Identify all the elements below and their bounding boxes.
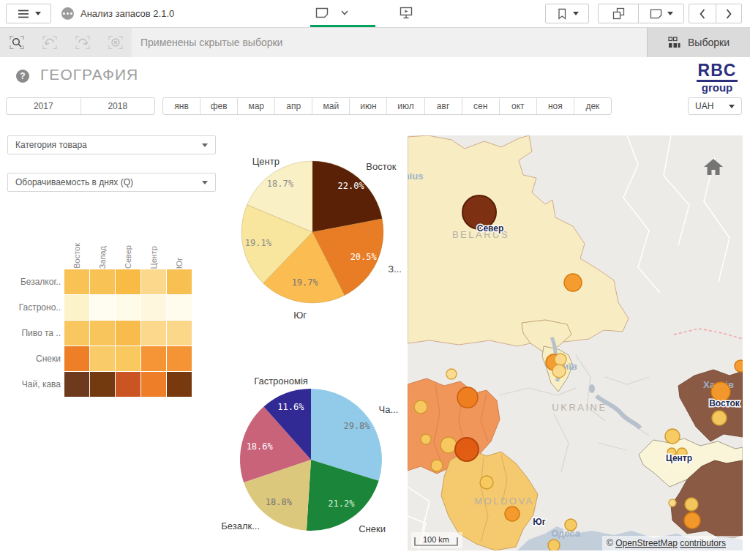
map-label: MOLDOVA [474, 496, 534, 507]
undo-icon [42, 34, 58, 51]
map-bubble[interactable] [548, 540, 560, 550]
map-bubble[interactable] [684, 512, 700, 529]
month-button[interactable]: сен [462, 98, 499, 114]
heatmap-cell[interactable] [141, 269, 166, 294]
attribution-copyright: © [607, 538, 615, 548]
map-bubble[interactable] [712, 411, 727, 425]
heatmap-cell[interactable] [90, 372, 115, 397]
heatmap-cell[interactable] [167, 372, 192, 397]
month-button[interactable]: май [312, 98, 349, 114]
map-bubble[interactable] [421, 434, 431, 444]
selections-bar: Применены скрытые выборки Выборки [0, 28, 750, 57]
month-button[interactable]: авг [424, 98, 462, 114]
month-button[interactable]: дек [574, 98, 611, 114]
heatmap-cell[interactable] [64, 269, 89, 294]
month-button[interactable]: фев [200, 98, 237, 114]
chevron-down-icon [729, 105, 735, 108]
heatmap-cell[interactable] [167, 321, 192, 346]
heatmap-cell[interactable] [116, 321, 140, 346]
map-bubble[interactable] [480, 476, 493, 489]
map-bubble[interactable] [552, 365, 566, 378]
step-back-button[interactable] [33, 34, 66, 51]
geo-bubble-map[interactable]: niusКиївХарківОдеса BELARUSUKRAINEMOLDOV… [408, 135, 743, 550]
heatmap-cell[interactable] [90, 269, 115, 294]
map-bubble[interactable] [564, 274, 582, 291]
heatmap-cell[interactable] [116, 346, 140, 371]
map-label: Восток [709, 398, 740, 408]
month-button[interactable]: июн [349, 98, 386, 114]
heatmap-cell[interactable] [141, 372, 166, 397]
heatmap-cell[interactable] [116, 372, 140, 397]
map-bubble[interactable] [669, 499, 676, 507]
heatmap-cell[interactable] [116, 269, 140, 294]
heatmap-cell[interactable] [141, 321, 166, 346]
month-button[interactable]: апр [274, 98, 312, 114]
category-dropdown-label: Категория товара [15, 140, 87, 150]
heatmap-cell[interactable] [167, 346, 192, 371]
pie-value-label: 21.2% [328, 499, 355, 509]
smart-search-button[interactable] [0, 34, 33, 51]
clear-selections-button[interactable] [99, 34, 132, 51]
chevron-down-icon [202, 181, 208, 184]
map-bubble[interactable] [665, 429, 680, 444]
map-bubble[interactable] [446, 369, 457, 379]
heatmap-cell[interactable] [141, 346, 166, 371]
next-sheet-button[interactable] [716, 4, 742, 23]
map-bubble[interactable] [414, 400, 427, 414]
heatmap-cell[interactable] [116, 295, 140, 320]
heatmap-cell[interactable] [64, 295, 89, 320]
pie-value-label: 29.8% [343, 421, 370, 431]
month-button[interactable]: ноя [536, 98, 574, 114]
map-bubble[interactable] [457, 387, 478, 408]
previous-sheet-button[interactable] [689, 4, 716, 23]
heatmap-cell[interactable] [64, 321, 89, 346]
search-icon [9, 34, 25, 51]
map-bubble[interactable] [555, 354, 566, 365]
help-button[interactable]: ? [16, 70, 29, 83]
year-button[interactable]: 2018 [80, 98, 155, 114]
step-forward-button[interactable] [66, 34, 99, 51]
sheet-selector[interactable] [310, 0, 354, 25]
turnover-dropdown[interactable]: Оборачиваемость в днях (Q) [7, 173, 216, 192]
map-bubble[interactable] [565, 519, 577, 531]
heatmap-cell[interactable] [90, 321, 115, 346]
heatmap-cell[interactable] [64, 372, 89, 397]
heatmap-cell[interactable] [90, 295, 115, 320]
app-menu-button[interactable] [6, 4, 51, 23]
bookmarks-button[interactable] [545, 4, 589, 23]
map-bubble[interactable] [455, 438, 479, 461]
sheet-list-button[interactable] [638, 4, 683, 23]
map-bubble[interactable] [505, 507, 520, 521]
heatmap-cell[interactable] [167, 269, 192, 294]
heatmap-row-label: Снеки [0, 346, 61, 372]
pie-value-label: 11.6% [277, 402, 304, 412]
year-button[interactable]: 2017 [7, 98, 80, 114]
currency-dropdown[interactable]: UAH [688, 97, 742, 115]
month-button[interactable]: мар [237, 98, 274, 114]
attribution-osm-link[interactable]: OpenStreetMap [615, 538, 678, 548]
heatmap-cell[interactable] [64, 346, 89, 371]
map-bubble[interactable] [735, 360, 743, 372]
presentation-button[interactable] [399, 0, 413, 25]
month-button[interactable]: янв [163, 98, 200, 114]
heatmap-cell[interactable] [141, 295, 166, 320]
category-dropdown[interactable]: Категория товара [7, 135, 216, 154]
map-label: Одеса [551, 528, 580, 539]
attribution-contributors-link[interactable]: contributors [680, 538, 726, 548]
month-button[interactable]: июл [386, 98, 424, 114]
pie-slice-label: Центр [252, 156, 280, 167]
month-filter: янвфевмарапрмайиюниюлавгсеноктноядек [162, 97, 612, 115]
month-button[interactable]: окт [499, 98, 536, 114]
svg-text:© OpenStreetMap contributors: © OpenStreetMap contributors [607, 538, 726, 548]
duplicate-sheet-button[interactable] [599, 4, 638, 23]
heatmap-row-label: Гастроно.. [0, 295, 61, 321]
map-bubble[interactable] [685, 498, 698, 511]
pie-slice-label: Снеки [359, 523, 386, 534]
map-bubble[interactable] [431, 460, 443, 471]
redo-icon [75, 34, 91, 51]
heatmap-cell[interactable] [167, 295, 192, 320]
selections-panel-toggle[interactable]: Выборки [647, 28, 750, 57]
year-filter: 20172018 [6, 97, 155, 115]
heatmap-cell[interactable] [90, 346, 115, 371]
map-bubble[interactable] [440, 437, 457, 453]
